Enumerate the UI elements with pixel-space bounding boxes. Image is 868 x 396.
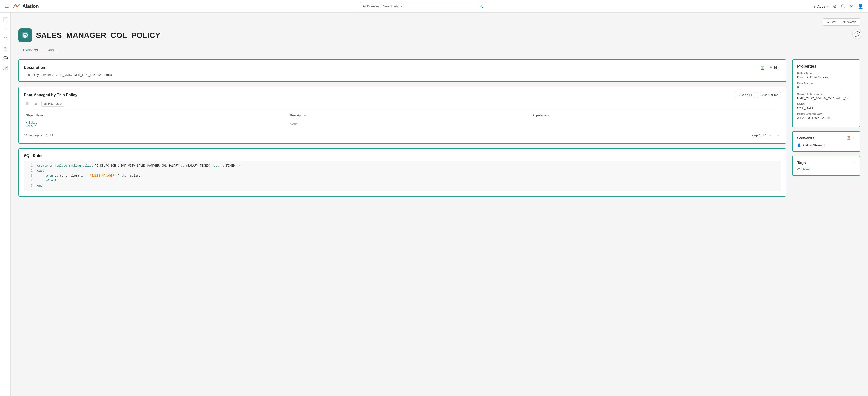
col-header-popularity: Popularity ↓: [531, 112, 781, 119]
star-action[interactable]: ★ Star: [827, 20, 836, 24]
steward-person-icon: 👤: [797, 143, 801, 147]
description-card: Description ⏳ ✎ Edit This policy provide…: [19, 59, 786, 82]
description-title: Description: [24, 65, 45, 70]
see-all-button[interactable]: ☷ See all 1: [735, 92, 755, 98]
apps-menu[interactable]: ⋮ Apps ▼: [812, 4, 829, 8]
sidebar-item-chart[interactable]: 📈: [1, 64, 9, 72]
prop-source-policy: Source Policy Name DMP_VIEW_SALES_MANAGE…: [797, 93, 856, 100]
tags-add-icon[interactable]: +: [853, 160, 856, 165]
tab-overview[interactable]: Overview: [19, 46, 42, 54]
user-icon[interactable]: 👤: [858, 4, 863, 9]
sql-line-2: 2 case: [28, 169, 777, 173]
tags-header: Tags +: [797, 160, 856, 165]
cell-description: None: [288, 119, 531, 129]
tag-name: Sales: [802, 167, 810, 171]
properties-card: Properties Policy Type Dynamic Data Mask…: [792, 59, 860, 127]
search-input[interactable]: [383, 4, 480, 8]
comment-button[interactable]: 💬: [852, 29, 862, 39]
sql-line-5: 5 end: [28, 183, 777, 188]
see-all-icon: ☷: [737, 93, 740, 97]
sort-arrow-icon: ↓: [548, 114, 549, 117]
apps-chevron: ▼: [826, 5, 829, 7]
top-actions: ★ Star | 👁 Watch: [19, 19, 860, 26]
settings-icon[interactable]: ⚙: [833, 4, 837, 9]
page-header: SALES_MANAGER_COL_POLICY: [19, 28, 860, 42]
watch-action[interactable]: 👁 Watch: [843, 20, 856, 24]
filter-input[interactable]: ▦ Filter table: [41, 101, 64, 106]
data-managed-title: Data Managed by This Policy: [24, 93, 78, 97]
tabs: Overview Data 1: [19, 46, 860, 54]
sql-line-1: 1 create or replace masking policy PC_DB…: [28, 163, 777, 169]
sql-rules-card: SQL Rules 1 create or replace masking po…: [19, 148, 786, 196]
data-managed-header: Data Managed by This Policy ☷ See all 1 …: [24, 92, 781, 98]
prop-policy-type: Policy Type Dynamic Data Masking: [797, 72, 856, 79]
sidebar: 📄 🗎 ☷ 📋 💬 📈: [0, 12, 11, 396]
steward-name: Alation Steward: [802, 143, 825, 147]
logo[interactable]: Alation: [12, 3, 39, 10]
hamburger-menu[interactable]: ☰: [5, 4, 9, 9]
search-icon: 🔍: [479, 4, 484, 8]
db-icon: ■: [26, 121, 27, 124]
table-row: ■ Salary SALARY None: [24, 119, 781, 129]
table-header-row: Object Name Description Popularity ↓: [24, 112, 781, 119]
topnav: ☰ Alation All Domains 🔍 ⋮ Apps ▼ ⚙ ⓘ ✉ 👤: [0, 0, 868, 12]
prop-created-date: Policy Created Date Jul 20 2021, 9:59:27…: [797, 113, 856, 120]
next-page-button[interactable]: ›: [775, 132, 781, 138]
columns-icon[interactable]: ☷: [24, 100, 31, 107]
sql-card-header: SQL Rules: [24, 154, 781, 158]
sidebar-item-table[interactable]: ☷: [1, 35, 9, 43]
description-card-header: Description ⏳ ✎ Edit: [24, 65, 781, 70]
data-table: Object Name Description Popularity ↓: [24, 112, 781, 129]
edit-icon: ✎: [770, 66, 772, 69]
page-icon: [19, 28, 32, 42]
history-icon[interactable]: ⏳: [760, 65, 765, 70]
main-content: ★ Star | 👁 Watch SALES_MANAGER_COL_POLIC…: [11, 12, 868, 396]
apps-label: Apps: [817, 4, 825, 8]
filter-icon: ▦: [44, 102, 46, 105]
edit-button[interactable]: ✎ Edit: [767, 65, 781, 70]
apps-grid-icon: ⋮: [812, 4, 816, 8]
sidebar-item-db[interactable]: 🗎: [1, 25, 9, 33]
stewards-actions: ⏳ +: [847, 136, 856, 141]
nav-actions: ⋮ Apps ▼ ⚙ ⓘ ✉ 👤: [812, 3, 863, 9]
notifications-icon[interactable]: ✉: [850, 4, 854, 9]
stewards-title: Stewards: [797, 136, 814, 141]
sql-line-3: 3 when current_role() in ( 'SALES_MANAGE…: [28, 174, 777, 178]
properties-title: Properties: [797, 64, 856, 68]
cell-popularity: [531, 119, 781, 129]
stewards-add-icon[interactable]: +: [853, 136, 856, 141]
col-header-description: Description: [288, 112, 531, 119]
sql-line-4: 4 else 0: [28, 178, 777, 183]
pagination: 10 per page ▼ 1 of 1 Page 1 of 1 ‹ ›: [24, 132, 781, 138]
sidebar-item-chat[interactable]: 💬: [1, 54, 9, 62]
tag-item[interactable]: 🏷 Sales: [797, 167, 856, 171]
help-icon[interactable]: ⓘ: [841, 3, 845, 9]
stewards-history-icon[interactable]: ⏳: [847, 136, 851, 141]
description-actions: ⏳ ✎ Edit: [760, 65, 781, 70]
salary-link[interactable]: Salary: [28, 121, 37, 124]
domain-select[interactable]: All Domains: [363, 4, 381, 8]
steward-item: 👤 Alation Steward: [797, 143, 856, 147]
tag-icon: 🏷: [797, 167, 800, 171]
logo-text: Alation: [22, 3, 39, 9]
prev-page-button[interactable]: ‹: [768, 132, 774, 138]
stewards-header: Stewards ⏳ +: [797, 136, 856, 141]
content-sidebar: Properties Policy Type Dynamic Data Mask…: [792, 59, 860, 196]
per-page-select[interactable]: 10 per page ▼ 1 of 1: [24, 133, 54, 137]
sql-block: 1 create or replace masking policy PC_DB…: [24, 160, 781, 191]
add-column-button[interactable]: + Add Column: [757, 92, 781, 98]
table-toolbar: ☷ ⇵ ▦ Filter table: [24, 100, 781, 109]
sidebar-item-catalog[interactable]: 📄: [1, 16, 9, 23]
search-bar[interactable]: All Domains 🔍: [360, 2, 486, 10]
sort-icon[interactable]: ⇵: [33, 100, 39, 107]
page-title: SALES_MANAGER_COL_POLICY: [36, 31, 160, 40]
page-nav: Page 1 of 1 ‹ ›: [752, 132, 781, 138]
prop-data-source: Data Source ■: [797, 82, 856, 90]
salary-sub: SALARY: [26, 124, 286, 127]
sidebar-item-doc[interactable]: 📋: [1, 45, 9, 53]
datasource-icon: ■: [797, 85, 800, 89]
stewards-card: Stewards ⏳ + 👤 Alation Steward: [792, 131, 860, 152]
per-page-chevron: ▼: [40, 133, 43, 137]
tab-data[interactable]: Data 1: [42, 46, 61, 54]
star-watch-bar[interactable]: ★ Star | 👁 Watch: [823, 19, 860, 26]
